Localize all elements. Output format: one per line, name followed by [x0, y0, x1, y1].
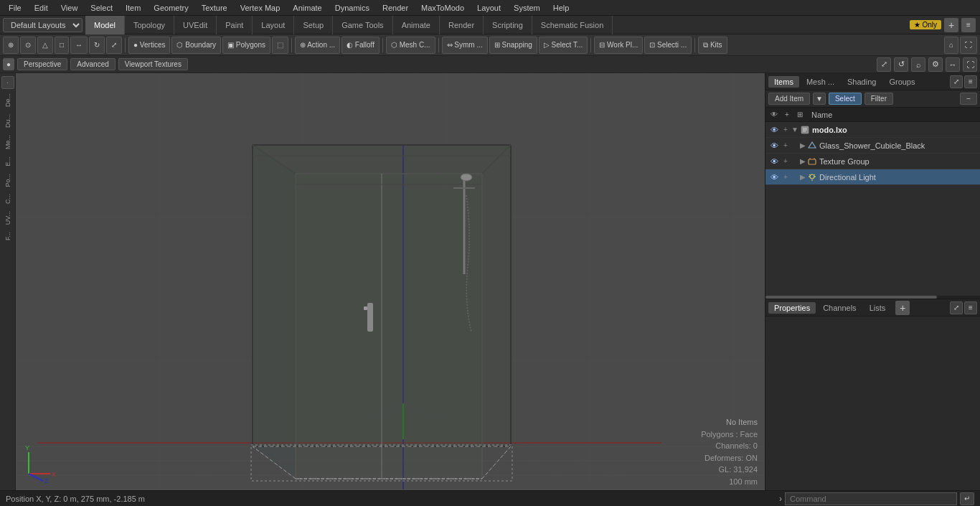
menu-render[interactable]: Render: [377, 2, 414, 14]
item-arrow-directional-light[interactable]: ▶: [800, 173, 806, 181]
layout-tab-render[interactable]: Render: [440, 16, 484, 34]
tab-mesh[interactable]: Mesh ...: [801, 76, 840, 88]
item-lock-directional-light[interactable]: +: [780, 172, 791, 183]
item-arrow-texture-group[interactable]: ▶: [800, 157, 806, 165]
item-lock-texture-group[interactable]: +: [780, 156, 791, 167]
menu-help[interactable]: Help: [547, 2, 575, 14]
circle-select-button[interactable]: ⊙: [20, 37, 36, 54]
add-layout-button[interactable]: +: [944, 18, 958, 32]
layout-tab-model[interactable]: Model: [85, 16, 125, 34]
viewport-dot-button[interactable]: ●: [3, 58, 14, 70]
symm-button[interactable]: ⇔ Symm ...: [442, 37, 488, 54]
kits-button[interactable]: ⧉ Kits: [698, 37, 727, 54]
filter-item-button[interactable]: Filter: [864, 93, 893, 105]
boundary-button[interactable]: ⬡ Boundary: [171, 37, 221, 54]
menu-vertex-map[interactable]: Vertex Map: [235, 2, 286, 14]
tab-shading[interactable]: Shading: [842, 76, 882, 88]
item-eye-header[interactable]: 👁: [768, 109, 780, 121]
snapping-button[interactable]: ⊞ Snapping: [489, 37, 537, 54]
menu-file[interactable]: File: [3, 2, 27, 14]
remove-item-button[interactable]: −: [960, 93, 977, 105]
viewport-home-button[interactable]: ⌂: [944, 37, 958, 54]
polygons-button[interactable]: ▣ Polygons: [222, 37, 270, 54]
left-label-deform[interactable]: De...: [4, 90, 11, 110]
item-row-directional-light[interactable]: 👁 + ▶ Directional Light: [765, 169, 980, 185]
right-expand-button[interactable]: ⤢: [950, 75, 963, 88]
layout-tab-setup[interactable]: Setup: [294, 16, 333, 34]
viewport[interactable]: No Items Polygons : Face Channels: 0 Def…: [16, 73, 765, 490]
settings-layout-button[interactable]: ≡: [961, 18, 976, 32]
bottom-settings-button[interactable]: ≡: [964, 301, 977, 314]
tab-properties[interactable]: Properties: [768, 302, 816, 314]
scrollbar-thumb[interactable]: [765, 296, 937, 299]
item-list[interactable]: 👁 + ▼ modo.lxo 👁 + ▶: [765, 122, 980, 296]
left-label-edit[interactable]: E...: [4, 154, 11, 169]
viewport-reset-button[interactable]: ↺: [894, 57, 908, 72]
item-arrow-glass-shower[interactable]: ▶: [800, 141, 806, 149]
left-label-poly[interactable]: Po...: [4, 171, 11, 190]
menu-dynamics[interactable]: Dynamics: [329, 2, 375, 14]
action-button[interactable]: ⊕ Action ...: [295, 37, 340, 54]
layout-tab-paint[interactable]: Paint: [217, 16, 253, 34]
select-t-button[interactable]: ▷ Select T...: [539, 37, 588, 54]
layout-tab-topology[interactable]: Topology: [125, 16, 174, 34]
viewport-search-button[interactable]: ⌕: [911, 57, 925, 72]
menu-maxtomodo[interactable]: MaxToModo: [415, 2, 470, 14]
menu-animate[interactable]: Animate: [287, 2, 327, 14]
rotate-button[interactable]: ↻: [89, 37, 105, 54]
bottom-expand-button[interactable]: ⤢: [950, 301, 963, 314]
menu-system[interactable]: System: [508, 2, 546, 14]
layout-tab-animate[interactable]: Animate: [393, 16, 440, 34]
layout-tab-gametools[interactable]: Game Tools: [333, 16, 393, 34]
layout-tab-layout[interactable]: Layout: [253, 16, 294, 34]
perspective-button[interactable]: Perspective: [17, 58, 67, 70]
menu-view[interactable]: View: [55, 2, 84, 14]
item-eye-glass-shower[interactable]: 👁: [768, 140, 780, 151]
tab-lists[interactable]: Lists: [864, 302, 892, 314]
viewport-textures-button[interactable]: Viewport Textures: [118, 58, 188, 70]
add-item-dropdown[interactable]: ▼: [813, 93, 826, 105]
add-panel-button[interactable]: +: [895, 301, 910, 315]
item-list-scrollbar[interactable]: [765, 296, 980, 299]
mesh-c-button[interactable]: ⬡ Mesh C...: [386, 37, 435, 54]
viewport-lock-button[interactable]: ↔: [946, 57, 960, 72]
selecti-button[interactable]: ⊡ Selecti ...: [644, 37, 692, 54]
item-row-modo-lxo[interactable]: 👁 + ▼ modo.lxo: [765, 122, 980, 138]
layout-tab-uvedit[interactable]: UVEdit: [174, 16, 217, 34]
box-button[interactable]: □: [55, 37, 69, 54]
menu-select[interactable]: Select: [85, 2, 118, 14]
tab-channels[interactable]: Channels: [817, 302, 862, 314]
tab-items[interactable]: Items: [768, 76, 799, 88]
item-lock-glass-shower[interactable]: +: [780, 140, 791, 151]
work-pl-button[interactable]: ⊟ Work Pl...: [594, 37, 643, 54]
scale-button[interactable]: ⤢: [106, 37, 122, 54]
menu-edit[interactable]: Edit: [29, 2, 54, 14]
transform-tool-button[interactable]: ⊕: [3, 37, 19, 54]
item-render-header[interactable]: ⊞: [794, 109, 806, 121]
mesh-select-button[interactable]: ⬚: [272, 37, 288, 54]
left-label-f[interactable]: F...: [4, 229, 11, 243]
lasso-button[interactable]: △: [37, 37, 53, 54]
command-submit-button[interactable]: ↵: [960, 492, 974, 505]
menu-geometry[interactable]: Geometry: [148, 2, 194, 14]
item-lock-modo-lxo[interactable]: +: [780, 124, 791, 136]
item-eye-modo-lxo[interactable]: 👁: [768, 124, 780, 136]
vertices-button[interactable]: ● Vertices: [128, 37, 170, 54]
menu-texture[interactable]: Texture: [196, 2, 233, 14]
add-item-button[interactable]: Add Item: [768, 93, 810, 105]
viewport-fit-button[interactable]: ⤢: [877, 57, 891, 72]
left-tool-1[interactable]: ·: [1, 76, 14, 89]
left-label-mesh[interactable]: Me...: [4, 132, 11, 152]
tab-groups[interactable]: Groups: [883, 76, 920, 88]
move-button[interactable]: ↔: [70, 37, 88, 54]
falloff-button[interactable]: ◐ Falloff: [341, 37, 380, 54]
left-label-dup[interactable]: Du...: [4, 111, 11, 131]
item-eye-directional-light[interactable]: 👁: [768, 172, 780, 183]
item-row-glass-shower[interactable]: 👁 + ▶ Glass_Shower_Cubicle_Black: [765, 138, 980, 154]
item-row-texture-group[interactable]: 👁 + ▶ Texture Group: [765, 154, 980, 169]
left-label-c[interactable]: C...: [4, 191, 11, 207]
right-settings-button[interactable]: ≡: [964, 75, 977, 88]
viewport-maximize-button[interactable]: ⛶: [960, 37, 977, 54]
item-lock-header[interactable]: +: [781, 109, 793, 121]
item-eye-texture-group[interactable]: 👁: [768, 156, 780, 167]
